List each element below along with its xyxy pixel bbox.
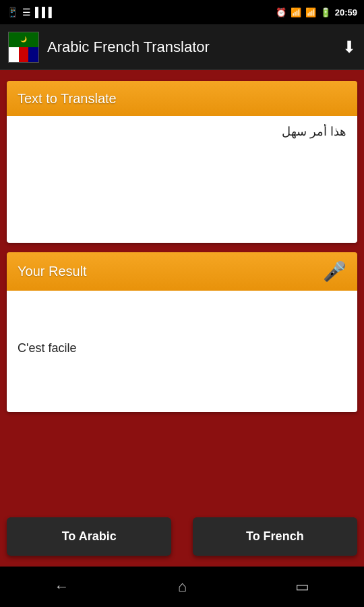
whatsapp-icon: 📱	[7, 7, 18, 18]
result-section-header: Your Result 🎤	[7, 252, 357, 291]
input-section-body[interactable]	[7, 116, 357, 243]
input-section-title: Text to Translate	[18, 91, 117, 107]
alarm-icon: ⏰	[276, 7, 286, 18]
time-display: 20:59	[335, 7, 357, 18]
signal-bars-icon: ▌▌▌	[35, 7, 55, 18]
input-section: Text to Translate	[7, 81, 357, 243]
flag-red	[19, 47, 29, 62]
to-arabic-button[interactable]: To Arabic	[7, 517, 171, 556]
flag-top-saudi: 🌙	[9, 32, 38, 47]
result-text: C'est facile	[18, 299, 346, 357]
to-french-button[interactable]: To French	[193, 517, 357, 556]
wifi-icon: 📶	[291, 7, 301, 18]
menu-icon: ☰	[22, 7, 31, 18]
status-bar: 📱 ☰ ▌▌▌ ⏰ 📶 📶 🔋 20:59	[0, 0, 364, 24]
signal-icon: 📶	[305, 7, 316, 18]
result-section-body: C'est facile	[7, 291, 357, 412]
app-icon: 🌙	[8, 32, 39, 63]
input-section-header: Text to Translate	[7, 81, 357, 116]
status-icons-left: 📱 ☰ ▌▌▌	[7, 7, 55, 18]
flag-bottom-french	[9, 47, 38, 62]
microphone-icon[interactable]: 🎤	[323, 260, 346, 283]
nav-bar: ← ⌂ ▭	[0, 567, 364, 607]
battery-icon: 🔋	[320, 7, 331, 18]
result-section-title: Your Result	[18, 264, 87, 279]
bottom-buttons: To Arabic To French	[0, 509, 364, 567]
download-icon[interactable]: ⬇	[342, 38, 356, 57]
flag-blue	[28, 47, 38, 62]
result-section: Your Result 🎤 C'est facile	[7, 252, 357, 412]
app-bar: 🌙 Arabic French Translator ⬇	[0, 24, 364, 70]
flag-white	[9, 47, 19, 62]
app-title: Arabic French Translator	[47, 38, 342, 56]
recent-apps-icon[interactable]: ▭	[295, 578, 309, 596]
main-content: Text to Translate Your Result 🎤 C'est fa…	[0, 70, 364, 509]
home-icon[interactable]: ⌂	[178, 578, 187, 596]
status-right: ⏰ 📶 📶 🔋 20:59	[276, 7, 357, 18]
back-icon[interactable]: ←	[55, 578, 69, 596]
translation-input[interactable]	[18, 124, 346, 232]
